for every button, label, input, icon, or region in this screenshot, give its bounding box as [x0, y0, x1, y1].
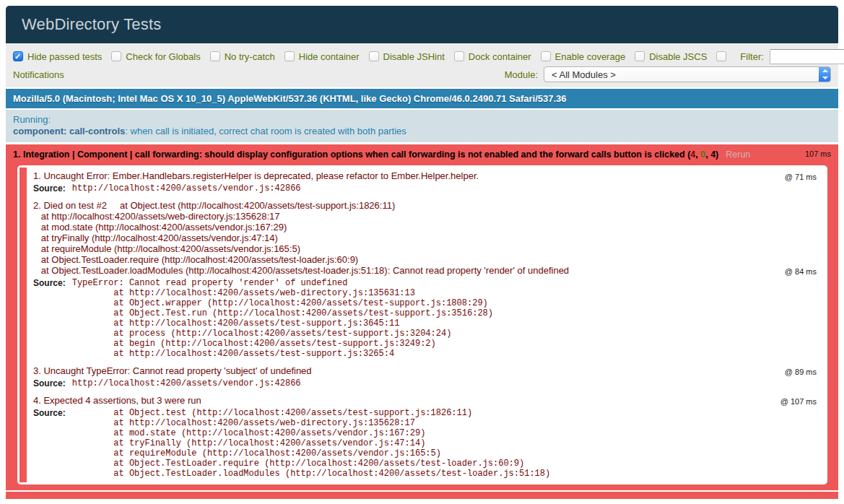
checkbox-label[interactable]: Dock container	[469, 51, 531, 62]
chevron-up-icon	[822, 69, 828, 72]
checkbox-box[interactable]	[716, 51, 726, 61]
source-label: Source:	[33, 378, 66, 388]
user-agent-banner: Mozilla/5.0 (Macintosh; Intel Mac OS X 1…	[6, 89, 838, 108]
assertion-counts: (4, 0, 4)	[687, 149, 718, 160]
filter-input[interactable]	[770, 49, 844, 64]
assertion-message-row: 4. Expected 4 assertions, but 3 were run…	[33, 395, 819, 406]
checkbox-disable-jshint[interactable]: Disable JSHint	[369, 51, 445, 62]
checkbox-box[interactable]	[111, 51, 121, 61]
test-name: Integration | Component | call forwardin…	[23, 149, 687, 160]
page-title: WebDirectory Tests	[22, 15, 162, 33]
assertion-source-row: Source: TypeError: Cannot read property …	[33, 278, 819, 359]
checkbox-dock-container[interactable]: Dock container	[454, 51, 531, 62]
next-failed-test-item[interactable]	[6, 492, 838, 499]
checkbox-label[interactable]: Disable JSHint	[383, 51, 445, 62]
assertion-item: 4. Expected 4 assertions, but 3 were run…	[19, 392, 825, 482]
app-header: WebDirectory Tests	[6, 6, 838, 43]
checkbox-box[interactable]	[369, 51, 379, 61]
checkbox-label[interactable]: Disable JSCS	[649, 51, 707, 62]
checkbox-no-try-catch[interactable]: No try-catch	[210, 51, 275, 62]
test-number: 1.	[13, 149, 23, 160]
assertion-source: at Object.test (http://localhost:4200/as…	[72, 408, 551, 479]
assertion-message: 4. Expected 4 assertions, but 3 were run	[33, 395, 201, 406]
assertion-source: http://localhost:4200/assets/vendor.js:4…	[72, 183, 301, 194]
failed-test-title[interactable]: 1. Integration | Component | call forwar…	[13, 149, 795, 161]
source-label: Source:	[33, 408, 66, 418]
checkbox-box[interactable]	[210, 51, 220, 61]
assertion-message: 1. Uncaught Error: Ember.Handlebars.regi…	[33, 170, 479, 181]
checkbox-label[interactable]: Enable coverage	[555, 51, 626, 62]
source-label: Source:	[33, 278, 66, 288]
assertion-item: 3. Uncaught TypeError: Cannot read prope…	[19, 362, 825, 392]
module-select[interactable]: < All Modules >	[544, 66, 831, 82]
checkbox-hide-container[interactable]: Hide container	[284, 51, 360, 62]
assertion-item: 2. Died on test #2 at Object.test (http:…	[19, 197, 825, 362]
test-result-panel: Running: component: call-controls: when …	[6, 110, 838, 142]
assertion-message-row: 1. Uncaught Error: Ember.Handlebars.regi…	[33, 170, 819, 181]
assertion-runtime: @ 71 ms	[785, 173, 819, 181]
module-select-value[interactable]: < All Modules >	[544, 69, 819, 80]
checkbox-box[interactable]	[284, 51, 295, 61]
checkbox-check-for-globals[interactable]: Check for Globals	[111, 51, 200, 62]
assertion-source: http://localhost:4200/assets/vendor.js:4…	[72, 378, 301, 388]
toolbar-row-1: ✓ Hide passed tests Check for Globals No…	[13, 48, 831, 64]
module-label: Module:	[505, 69, 538, 80]
select-stepper-icon[interactable]	[819, 66, 831, 82]
checkbox-box[interactable]	[541, 51, 551, 61]
checkbox-hide-passed-tests[interactable]: ✓ Hide passed tests	[13, 51, 102, 62]
checkbox-box[interactable]	[454, 51, 464, 61]
chevron-down-icon	[822, 77, 828, 79]
filter-label: Filter:	[740, 51, 764, 62]
toolbar-row-2: Notifications Module: < All Modules >	[13, 66, 831, 83]
checkbox-label[interactable]: Hide container	[299, 51, 360, 62]
test-runtime: 107 ms	[805, 149, 831, 158]
assertion-source-row: Source: http://localhost:4200/assets/ven…	[33, 378, 819, 388]
checkbox-enable-coverage[interactable]: Enable coverage	[541, 51, 626, 62]
assertion-message: 2. Died on test #2 at Object.test (http:…	[33, 200, 569, 276]
assertion-item: 1. Uncaught Error: Ember.Handlebars.regi…	[19, 168, 825, 197]
check-icon: ✓	[14, 51, 21, 61]
failed-test-item: 1. Integration | Component | call forwar…	[6, 144, 838, 492]
assertion-message: 3. Uncaught TypeError: Cannot read prope…	[33, 365, 312, 376]
running-test-name: component: call-controls	[13, 126, 125, 136]
assertion-source-row: Source: at Object.test (http://localhost…	[33, 408, 819, 479]
assertion-runtime: @ 89 ms	[785, 368, 819, 376]
checkbox-label[interactable]: Hide passed tests	[27, 51, 102, 62]
assertion-source-row: Source: http://localhost:4200/assets/ven…	[33, 183, 819, 194]
checkbox-box[interactable]	[635, 51, 645, 61]
source-label: Source:	[33, 183, 66, 194]
running-test: component: call-controls: when call is i…	[13, 126, 831, 137]
checkbox-label[interactable]: Check for Globals	[126, 51, 200, 62]
qunit-page: WebDirectory Tests ✓ Hide passed tests C…	[6, 6, 838, 499]
checkbox-notifications-label[interactable]: Notifications	[13, 69, 64, 80]
assertion-runtime: @ 84 ms	[785, 267, 819, 276]
testrunner-toolbar: ✓ Hide passed tests Check for Globals No…	[6, 43, 838, 87]
failed-test-header[interactable]: 1. Integration | Component | call forwar…	[13, 149, 831, 161]
assertion-message-row: 2. Died on test #2 at Object.test (http:…	[33, 200, 819, 276]
assertion-source: TypeError: Cannot read property 'render'…	[72, 278, 493, 359]
assertion-message-row: 3. Uncaught TypeError: Cannot read prope…	[33, 365, 819, 376]
checkbox-notifications[interactable]	[716, 51, 731, 61]
checkbox-disable-jscs[interactable]: Disable JSCS	[635, 51, 707, 62]
running-label: Running:	[13, 114, 831, 126]
checkbox-label[interactable]: No try-catch	[225, 51, 275, 62]
assertion-list: 1. Uncaught Error: Ember.Handlebars.regi…	[17, 165, 827, 485]
running-test-desc: : when call is initiated, correct chat r…	[125, 126, 406, 136]
rerun-link[interactable]: Rerun	[726, 149, 750, 160]
filter-group: Filter: Go	[740, 48, 844, 64]
module-group: Module: < All Modules >	[505, 66, 831, 82]
checkbox-box[interactable]: ✓	[13, 51, 23, 61]
assertion-runtime: @ 107 ms	[780, 397, 819, 406]
